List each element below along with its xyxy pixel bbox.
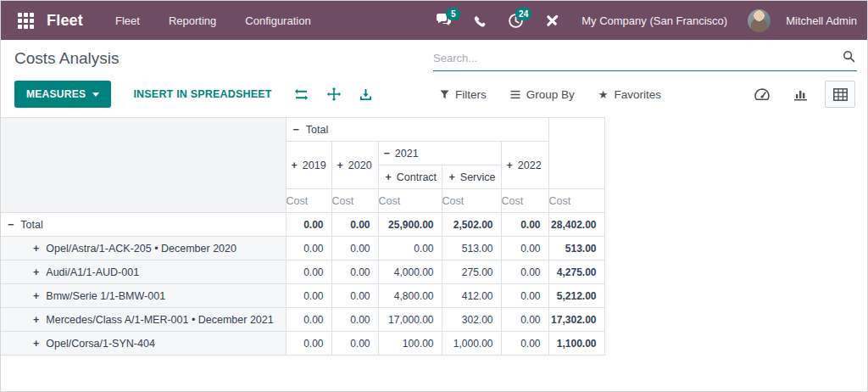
activities-button[interactable]: 24 (502, 7, 529, 34)
cell-value-total: 28,402.00 (548, 213, 604, 237)
expand-icon[interactable]: + (33, 243, 39, 255)
column-header-2019-label: 2019 (303, 160, 326, 171)
messages-button[interactable]: 5 (431, 7, 458, 34)
filter-icon (440, 90, 449, 99)
measure-header-cost[interactable]: Cost (501, 189, 548, 213)
main-menu: Fleet Reporting Configuration (115, 14, 311, 27)
row-header-total-label: Total (20, 219, 42, 231)
dashboard-view-button[interactable] (747, 81, 777, 108)
expand-icon[interactable]: + (33, 338, 39, 350)
flip-axis-icon[interactable] (294, 88, 309, 101)
app-name[interactable]: Fleet (47, 12, 83, 30)
expand-icon[interactable]: + (386, 171, 392, 183)
cell-value: 17,000.00 (378, 308, 442, 332)
menu-configuration[interactable]: Configuration (245, 14, 310, 27)
group-by-icon (510, 90, 520, 99)
row-header-vehicle-label: Mercedes/Class A/1-MER-001 • December 20… (46, 314, 273, 326)
collapse-icon[interactable]: − (384, 148, 390, 160)
pivot-toolbar-icons (294, 87, 372, 101)
expand-all-icon[interactable] (327, 87, 341, 101)
collapse-icon[interactable]: − (293, 124, 299, 136)
measure-header-cost[interactable]: Cost (286, 189, 331, 213)
menu-fleet[interactable]: Fleet (115, 14, 140, 27)
favorites-button[interactable]: ★ Favorites (598, 88, 661, 101)
table-row-total: −Total 0.00 0.00 25,900.00 2,502.00 0.00… (1, 213, 604, 237)
column-group-total[interactable]: −Total (286, 118, 548, 142)
download-icon[interactable] (359, 88, 372, 101)
measures-button[interactable]: MEASURES (14, 81, 111, 108)
column-header-2020-label: 2020 (348, 160, 372, 171)
table-row: +Opel/Corsa/1-SYN-404 0.00 0.00 100.00 1… (1, 332, 604, 356)
column-header-contract[interactable]: +Contract (378, 165, 442, 189)
expand-icon[interactable]: + (337, 160, 343, 171)
expand-icon[interactable]: + (507, 160, 513, 171)
navbar-systray: 5 24 My Company (San Francis (431, 7, 857, 34)
menu-reporting[interactable]: Reporting (169, 14, 216, 27)
cell-value: 0.00 (286, 332, 331, 356)
collapse-icon[interactable]: − (8, 219, 14, 231)
group-by-label: Group By (526, 88, 575, 101)
row-header-vehicle-label: Opel/Corsa/1-SYN-404 (46, 338, 155, 350)
measures-label: MEASURES (26, 88, 86, 100)
cell-value: 275.00 (442, 260, 501, 284)
cell-value: 302.00 (442, 308, 501, 332)
cell-value: 0.00 (331, 260, 378, 284)
filters-label: Filters (455, 88, 487, 101)
measure-header-cost[interactable]: Cost (548, 189, 604, 213)
expand-icon[interactable]: + (449, 171, 455, 183)
search-icon[interactable] (843, 50, 855, 66)
cell-value: 0.00 (286, 284, 331, 308)
company-switcher[interactable]: My Company (San Francisco) (581, 14, 727, 27)
search-input[interactable] (433, 52, 843, 64)
insert-in-spreadsheet-button[interactable]: INSERT IN SPREADSHEET (133, 88, 271, 100)
measure-header-cost[interactable]: Cost (331, 189, 378, 213)
cell-value: 4,800.00 (378, 284, 442, 308)
top-navbar: Fleet Fleet Reporting Configuration 5 (1, 1, 867, 40)
user-avatar[interactable] (748, 9, 771, 32)
chevron-down-icon (92, 92, 99, 97)
filters-button[interactable]: Filters (440, 88, 487, 101)
row-header-vehicle-label: Bmw/Serie 1/1-BMW-001 (46, 290, 165, 302)
expand-icon[interactable]: + (33, 314, 39, 326)
tools-icon (544, 14, 559, 28)
bar-chart-view-button[interactable] (786, 81, 816, 108)
pivot-view: −Total +2019 +2020 −2021 +2022 (1, 117, 867, 356)
debug-tools-button[interactable] (537, 7, 565, 34)
row-header-vehicle-label: Opel/Astra/1-ACK-205 • December 2020 (46, 243, 236, 255)
column-header-2021-label: 2021 (395, 148, 419, 160)
group-by-button[interactable]: Group By (510, 88, 575, 101)
cell-value-total: 4,275.00 (548, 260, 604, 284)
row-header-vehicle[interactable]: +Audi/A1/1-AUD-001 (1, 260, 286, 284)
measure-header-cost[interactable]: Cost (378, 189, 442, 213)
phone-button[interactable] (466, 7, 493, 34)
table-row: +Bmw/Serie 1/1-BMW-001 0.00 0.00 4,800.0… (1, 284, 604, 308)
user-menu[interactable]: Mitchell Admin (786, 14, 857, 27)
column-header-service[interactable]: +Service (442, 165, 501, 189)
row-header-vehicle[interactable]: +Opel/Corsa/1-SYN-404 (1, 332, 286, 356)
measure-header-cost[interactable]: Cost (442, 189, 501, 213)
row-header-vehicle[interactable]: +Opel/Astra/1-ACK-205 • December 2020 (1, 237, 286, 260)
search-facets: Filters Group By ★ Favorites (440, 88, 661, 101)
expand-icon[interactable]: + (292, 160, 298, 171)
expand-icon[interactable]: + (33, 290, 39, 302)
cell-value: 0.00 (331, 332, 378, 356)
bar-chart-icon (794, 88, 809, 101)
cell-value: 0.00 (331, 213, 378, 237)
cell-value: 1,000.00 (442, 332, 501, 356)
column-header-2021[interactable]: −2021 (378, 142, 501, 165)
row-header-total[interactable]: −Total (1, 213, 286, 237)
table-row: +Opel/Astra/1-ACK-205 • December 2020 0.… (1, 237, 604, 260)
cell-value: 0.00 (286, 260, 331, 284)
row-header-vehicle[interactable]: +Bmw/Serie 1/1-BMW-001 (1, 284, 286, 308)
cell-value-total: 5,212.00 (548, 284, 604, 308)
column-header-2019[interactable]: +2019 (286, 142, 331, 189)
tachometer-icon (754, 88, 770, 100)
pivot-view-button[interactable] (825, 81, 855, 108)
column-group-total-label: Total (306, 124, 328, 136)
column-header-2022[interactable]: +2022 (501, 142, 548, 189)
column-header-2020[interactable]: +2020 (331, 142, 378, 189)
apps-menu-icon[interactable] (11, 6, 40, 35)
row-header-vehicle[interactable]: +Mercedes/Class A/1-MER-001 • December 2… (1, 308, 286, 332)
pivot-grid-icon (833, 88, 848, 101)
expand-icon[interactable]: + (33, 266, 39, 278)
